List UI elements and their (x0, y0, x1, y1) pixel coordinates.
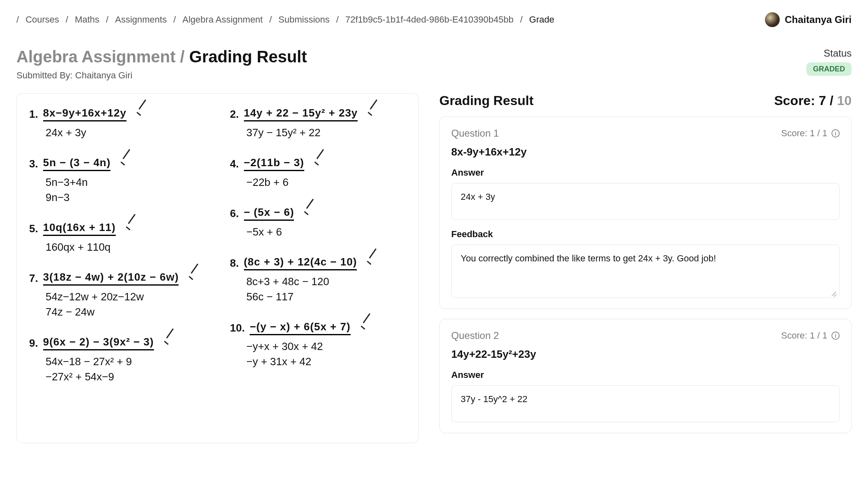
crumb-grade: Grade (529, 14, 554, 25)
problem: 4.−2(11b − 3)−22b + 6 (230, 156, 406, 189)
breadcrumb-sep: / (269, 14, 272, 25)
info-icon[interactable]: i (831, 332, 840, 340)
crumb-assignment[interactable]: Algebra Assignment (182, 14, 263, 25)
breadcrumb-sep: / (520, 14, 523, 25)
answer-label: Answer (451, 370, 840, 380)
question-score: Score: 1 / 1 i (781, 128, 840, 139)
problem: 10.−(y − x) + 6(5x + 7)−y+x + 30x + 42−y… (230, 320, 406, 368)
avatar (765, 12, 780, 27)
breadcrumb-sep: / (106, 14, 108, 25)
grading-title: Grading Result (439, 93, 533, 108)
breadcrumb-sep: / (66, 14, 68, 25)
problem: 7.3(18z − 4w) + 2(10z − 6w)54z−12w + 20z… (29, 270, 205, 318)
question-prompt: 14y+22-15y²+23y (451, 348, 840, 361)
page-title: Algebra Assignment / Grading Result (16, 48, 307, 66)
check-icon (302, 205, 319, 222)
total-score: Score: 7 / 10 (774, 93, 852, 108)
question-number: Question 2 (451, 330, 499, 341)
answer-label: Answer (451, 167, 840, 178)
crumb-assignments[interactable]: Assignments (115, 14, 167, 25)
check-icon (187, 270, 203, 286)
crumb-maths[interactable]: Maths (75, 14, 99, 25)
status-label: Status (806, 48, 852, 59)
info-icon[interactable]: i (831, 129, 840, 137)
breadcrumb-sep: / (336, 14, 339, 25)
check-icon (312, 156, 329, 172)
breadcrumb-sep: / (173, 14, 176, 25)
problem: 1.8x−9y+16x+12y24x + 3y (29, 106, 205, 139)
problem: 9.9(6x − 2) − 3(9x² − 3)54x−18 − 27x² + … (29, 335, 205, 383)
check-icon (162, 335, 179, 351)
question-card: Question 1 Score: 1 / 1 i 8x-9y+16x+12y … (439, 117, 852, 309)
check-icon (365, 255, 381, 271)
problem: 5.10q(16x + 11)160qx + 110q (29, 220, 205, 254)
resize-handle-icon[interactable] (830, 289, 837, 296)
crumb-submissions[interactable]: Submissions (278, 14, 330, 25)
question-number: Question 1 (451, 128, 499, 139)
answer-box[interactable]: 24x + 3y (451, 183, 840, 220)
breadcrumb-sep: / (16, 14, 19, 25)
question-prompt: 8x-9y+16x+12y (451, 146, 840, 158)
crumb-submission-id[interactable]: 72f1b9c5-1b1f-4ded-986b-E410390b45bb (345, 14, 514, 25)
check-icon (359, 320, 375, 336)
status-badge: GRADED (806, 62, 852, 76)
problem: 6.− (5x − 6)−5x + 6 (230, 205, 406, 238)
check-icon (124, 220, 140, 237)
problem: 8.(8c + 3) + 12(4c − 10)8c+3 + 48c − 120… (230, 255, 406, 303)
answer-box[interactable]: 37y - 15y^2 + 22 (451, 385, 840, 422)
feedback-label: Feedback (451, 229, 840, 240)
question-score: Score: 1 / 1 i (781, 330, 840, 341)
feedback-box[interactable]: You correctly combined the like terms to… (451, 245, 840, 298)
problem: 3.5n − (3 − 4n)5n−3+4n9n−3 (29, 156, 205, 204)
problem: 2.14y + 22 − 15y² + 23y37y − 15y² + 22 (230, 106, 406, 139)
user-name: Chaitanya Giri (785, 14, 852, 25)
check-icon (119, 156, 135, 172)
crumb-courses[interactable]: Courses (25, 14, 59, 25)
question-card: Question 2 Score: 1 / 1 i 14y+22-15y²+23… (439, 319, 852, 433)
breadcrumb: / Courses / Maths / Assignments / Algebr… (16, 0, 852, 35)
submitted-by: Submitted By: Chaitanya Giri (16, 70, 307, 81)
submission-image: 1.8x−9y+16x+12y24x + 3y3.5n − (3 − 4n)5n… (16, 93, 419, 443)
user-menu[interactable]: Chaitanya Giri (765, 12, 852, 27)
grading-panel: Grading Result Score: 7 / 10 Question 1 … (439, 93, 852, 443)
check-icon (135, 106, 151, 122)
check-icon (366, 106, 382, 122)
